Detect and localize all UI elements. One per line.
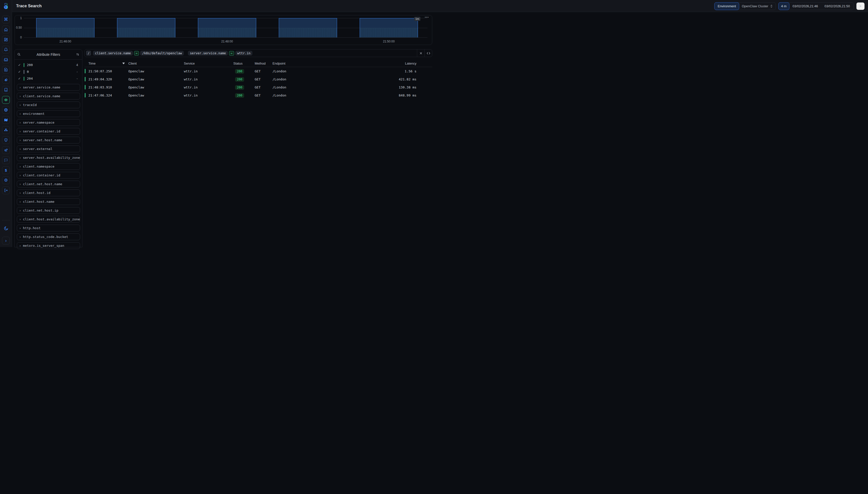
attribute-filters-header: Attribute Filters	[15, 50, 82, 60]
attribute-filter-item[interactable]: server.container.id	[17, 128, 80, 135]
trace-row[interactable]: 21:48:03.910 Openclaw wttr.in 200 GET /L…	[84, 83, 432, 91]
attribute-filter-item[interactable]: client.net.host.ip	[17, 207, 80, 214]
attribute-filter-item[interactable]: client.net.host.name	[17, 180, 80, 187]
attribute-name: server.external	[23, 147, 52, 151]
sidebar-item-service-map[interactable]	[2, 116, 10, 124]
query-bar[interactable]: / client.service.name = /k8s/default/ope…	[84, 49, 432, 57]
sidebar-item-chat[interactable]	[2, 156, 10, 164]
clear-query-button[interactable]	[417, 50, 425, 57]
chart-bar[interactable]	[360, 18, 418, 37]
chart-ellipsis-menu[interactable]	[425, 16, 429, 19]
trace-row[interactable]: 21:49:04.320 Openclaw wttr.in 200 GET /L…	[84, 75, 432, 83]
attribute-filter-item[interactable]: traceId	[17, 101, 80, 108]
attribute-filter-item[interactable]: server.namespace	[17, 119, 80, 126]
filter-value[interactable]: wttr.in	[235, 51, 253, 56]
sidebar-item-logout[interactable]	[2, 187, 10, 194]
attribute-filter-item[interactable]: client.container.id	[17, 172, 80, 179]
attribute-filter-item[interactable]: http.status_code.bucket	[17, 233, 80, 240]
attribute-filter-item[interactable]: http.host	[17, 225, 80, 231]
attribute-name: client.net.host.ip	[23, 209, 58, 212]
cell-status: 200	[233, 77, 255, 82]
checkbox-checked-icon[interactable]	[18, 77, 22, 80]
chevron-right-icon	[20, 183, 21, 186]
chart-plot-area	[24, 18, 428, 37]
table-header-row: Time Client Service Status Method Endpoi…	[84, 60, 432, 67]
filter-field[interactable]: client.service.name	[93, 51, 133, 56]
trace-row[interactable]: 21:50:07.250 Openclaw wttr.in 200 GET /L…	[84, 67, 432, 75]
sort-arrows-icon	[76, 53, 80, 56]
attribute-filter-item[interactable]: server.net.host.name	[17, 137, 80, 144]
status-filter-row[interactable]: 204 -	[15, 75, 82, 82]
filter-field[interactable]: server.service.name	[188, 51, 228, 56]
sidebar-item-globe[interactable]	[2, 106, 10, 114]
chevron-right-icon	[20, 130, 21, 133]
filters-sort-button[interactable]	[76, 53, 80, 56]
attribute-filter-item[interactable]: client.service.name	[17, 93, 80, 99]
column-header-client[interactable]: Client	[129, 61, 184, 65]
attribute-filter-item[interactable]: server.service.name	[17, 84, 80, 91]
chart-bar[interactable]	[117, 18, 175, 37]
chart-bar[interactable]	[36, 18, 95, 37]
column-header-time[interactable]: Time	[88, 61, 129, 65]
filter-value[interactable]: /k8s/default/openclaw	[140, 51, 184, 56]
checkbox-checked-icon[interactable]	[18, 63, 22, 67]
chart-bars	[24, 18, 428, 37]
query-filter-chip[interactable]: client.service.name = /k8s/default/openc…	[93, 51, 184, 56]
sidebar-item-telescope[interactable]	[2, 146, 10, 154]
sidebar-item-inbox[interactable]	[2, 56, 10, 63]
sidebar-item-radar[interactable]	[2, 76, 10, 84]
chevron-right-icon	[20, 235, 21, 239]
attribute-filter-item[interactable]: metoro.is_server_span	[17, 242, 80, 247]
column-header-latency[interactable]: Latency	[398, 61, 432, 65]
chart-bar[interactable]	[198, 18, 256, 37]
column-header-method[interactable]: Method	[255, 61, 273, 65]
status-filter-row[interactable]: 200 4	[15, 61, 82, 68]
attribute-name: server.host.availability_zone	[23, 156, 80, 159]
attribute-filter-item[interactable]: client.host.id	[17, 189, 80, 196]
query-filter-chip[interactable]: server.service.name = wttr.in	[188, 51, 252, 56]
sidebar-expand-button[interactable]: ›	[2, 237, 10, 245]
attribute-name: client.host.availability_zone	[23, 217, 80, 221]
y-tick-label: 1	[15, 16, 22, 20]
attribute-filter-item[interactable]: server.external	[17, 146, 80, 152]
status-filter-row[interactable]: 0 -	[15, 68, 82, 75]
filter-operator[interactable]: =	[229, 51, 234, 56]
status-code-label: 204	[27, 77, 33, 80]
column-header-service[interactable]: Service	[184, 61, 233, 65]
attribute-name: client.host.name	[23, 200, 54, 204]
filters-search-button[interactable]	[17, 53, 21, 56]
attribute-filter-item[interactable]: client.host.name	[17, 198, 80, 205]
sidebar-item-settings[interactable]: ⚙	[2, 176, 10, 184]
column-header-endpoint[interactable]: Endpoint	[273, 61, 398, 65]
chart-bar[interactable]	[279, 18, 337, 37]
filter-operator[interactable]: =	[134, 51, 139, 56]
sidebar-item-home[interactable]	[2, 26, 10, 33]
attribute-filter-item[interactable]: environment	[17, 110, 80, 117]
sidebar-item-command-palette[interactable]: ⌘	[2, 16, 10, 23]
sidebar-item-log-search[interactable]	[2, 66, 10, 74]
attribute-filter-item[interactable]: client.namespace	[17, 163, 80, 170]
sidebar-item-trace-search[interactable]	[2, 96, 10, 104]
attribute-name: server.service.name	[23, 86, 60, 89]
chevron-right-icon	[20, 121, 21, 124]
sidebar-item-alerts[interactable]	[2, 46, 10, 54]
sidebar-item-docs[interactable]	[2, 86, 10, 94]
sidebar-item-dashboards[interactable]	[2, 36, 10, 43]
sidebar: ⌘ $ ⚙ ›	[0, 0, 12, 247]
dollar-icon: $	[5, 168, 7, 172]
code-icon	[427, 52, 430, 55]
chevron-right-icon	[20, 112, 21, 115]
code-view-button[interactable]	[425, 50, 432, 57]
trace-row[interactable]: 21:47:06.324 Openclaw wttr.in 200 GET /L…	[84, 91, 432, 99]
app-logo[interactable]	[0, 0, 12, 12]
attribute-filter-item[interactable]: client.host.availability_zone	[17, 216, 80, 223]
dark-mode-toggle[interactable]	[3, 226, 8, 232]
checkbox-checked-icon[interactable]	[18, 70, 22, 74]
sidebar-item-security[interactable]	[2, 136, 10, 144]
attribute-name: client.host.id	[23, 191, 51, 195]
sidebar-item-infrastructure[interactable]	[2, 126, 10, 134]
column-header-status[interactable]: Status	[233, 61, 255, 65]
row-status-bar	[85, 69, 86, 73]
sidebar-item-costs[interactable]: $	[2, 166, 10, 174]
attribute-filter-item[interactable]: server.host.availability_zone	[17, 154, 80, 161]
